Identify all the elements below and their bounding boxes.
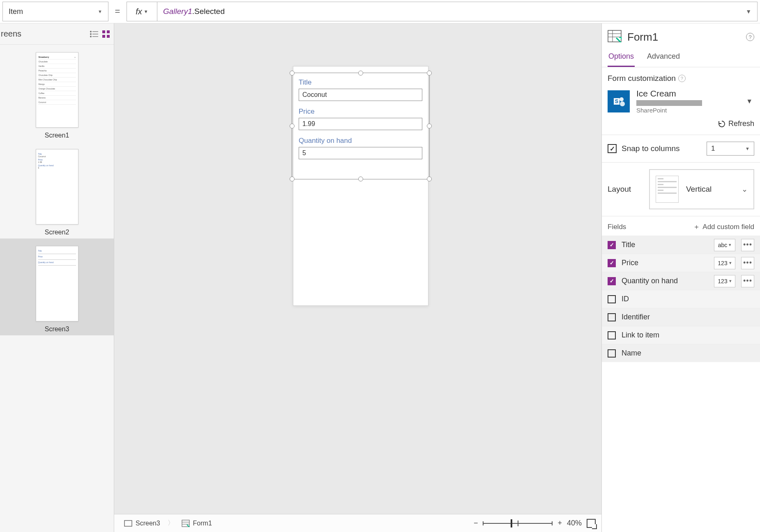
resize-handle[interactable] (290, 177, 295, 181)
field-type-select[interactable]: 123 ▾ (714, 275, 735, 287)
field-row[interactable]: Quantity on hand123 ▾••• (602, 272, 760, 290)
field-checkbox[interactable] (608, 313, 616, 321)
field-label: Quantity on hand (299, 137, 422, 145)
fx-label: fx (136, 7, 142, 16)
field-label: Title (299, 78, 422, 87)
field-name: Title (622, 241, 708, 249)
screen-thumb-1[interactable]: Strawberry› Chocolate Vanilla Pistachio … (0, 45, 114, 142)
field-name: Link to item (622, 331, 754, 339)
tree-panel: reens Strawberry› Chocolate Vanilla Pist… (0, 23, 114, 532)
field-row[interactable]: Titleabc ▾••• (602, 236, 760, 254)
screen-thumb-2[interactable]: TitleCoconut Price1.99 Quantity on hand5… (0, 142, 114, 238)
fx-button[interactable]: fx ▼ (127, 2, 157, 21)
field-checkbox[interactable] (608, 349, 616, 358)
datasource-selector[interactable]: S Ice Cream SharePoint ▼ (608, 89, 754, 114)
resize-handle[interactable] (290, 124, 295, 128)
field-more-button[interactable]: ••• (741, 239, 754, 251)
zoom-out-button[interactable]: − (474, 519, 478, 527)
field-more-button[interactable]: ••• (741, 275, 754, 287)
field-type-select[interactable]: 123 ▾ (714, 257, 735, 269)
field-row[interactable]: Name (602, 344, 760, 362)
form-icon (608, 30, 622, 44)
breadcrumb-screen[interactable]: Screen3 (120, 518, 164, 529)
thumbnail: Title Price Quantity on hand (36, 246, 78, 321)
zoom-slider[interactable] (483, 523, 553, 524)
field-type-select[interactable]: abc ▾ (714, 239, 735, 251)
resize-handle[interactable] (427, 124, 432, 128)
tab-options[interactable]: Options (608, 48, 635, 67)
field-row[interactable]: ID (602, 290, 760, 308)
screen-thumb-3[interactable]: Title Price Quantity on hand Screen3 (0, 238, 114, 335)
refresh-button[interactable]: Refresh (608, 119, 754, 128)
grid-view-icon[interactable] (102, 30, 110, 38)
layout-select[interactable]: Vertical ⌄ (649, 169, 754, 209)
field-name: Name (622, 349, 754, 358)
breadcrumb-form[interactable]: Form1 (177, 518, 216, 529)
help-icon[interactable]: ? (678, 75, 686, 82)
resize-handle[interactable] (290, 71, 295, 76)
chevron-down-icon: ▼ (144, 9, 148, 14)
chevron-down-icon: ▼ (98, 9, 102, 14)
chevron-down-icon: ▼ (745, 146, 750, 151)
svg-point-0 (90, 31, 92, 32)
layout-label: Layout (608, 185, 631, 194)
field-checkbox[interactable] (608, 241, 616, 249)
field-row[interactable]: Identifier (602, 308, 760, 326)
help-icon[interactable]: ? (746, 33, 754, 41)
chevron-down-icon: ▼ (746, 98, 754, 105)
add-custom-field-button[interactable]: ＋ Add custom field (693, 222, 754, 232)
datasource-url (636, 100, 702, 106)
datasource-name: Ice Cream (636, 89, 702, 99)
canvas[interactable]: Title Coconut Price 1.99 Quantity on han… (114, 23, 601, 514)
form-fields: Title Coconut Price 1.99 Quantity on han… (299, 78, 422, 166)
tree-header: reens (0, 29, 21, 39)
expand-icon[interactable]: ▼ (746, 8, 751, 15)
fullscreen-icon[interactable] (587, 519, 596, 528)
resize-handle[interactable] (427, 71, 432, 76)
sharepoint-icon: S (608, 90, 630, 112)
breadcrumb-separator: 〉 (168, 519, 174, 527)
resize-handle[interactable] (358, 177, 363, 181)
resize-handle[interactable] (358, 71, 363, 76)
formula-text: Gallery1.Selected (163, 7, 225, 16)
svg-rect-8 (102, 35, 105, 38)
field-more-button[interactable]: ••• (741, 257, 754, 269)
field-name: ID (622, 295, 754, 303)
field-checkbox[interactable] (608, 277, 616, 285)
field-checkbox[interactable] (608, 331, 616, 339)
field-checkbox[interactable] (608, 259, 616, 267)
status-bar: Screen3 〉 Form1 − + 40% (114, 514, 601, 532)
property-value: Item (9, 7, 23, 16)
field-row[interactable]: Link to item (602, 326, 760, 344)
field-name: Quantity on hand (622, 277, 708, 285)
snap-label: Snap to columns (622, 144, 680, 153)
thumbnail: TitleCoconut Price1.99 Quantity on hand5 (36, 149, 78, 225)
svg-rect-7 (107, 30, 110, 33)
field-label: Price (299, 108, 422, 116)
fields-label: Fields (608, 223, 626, 231)
field-name: Price (622, 259, 708, 267)
field-input-title[interactable]: Coconut (299, 89, 422, 101)
svg-rect-6 (102, 30, 105, 33)
thumbnail: Strawberry› Chocolate Vanilla Pistachio … (36, 52, 78, 128)
snap-columns-select[interactable]: 1 ▼ (707, 142, 754, 156)
svg-point-4 (90, 36, 92, 37)
svg-rect-10 (124, 521, 132, 526)
resize-handle[interactable] (427, 177, 432, 181)
list-view-icon[interactable] (90, 31, 98, 37)
svg-point-21 (620, 101, 625, 106)
thumb-label: Screen3 (45, 326, 69, 333)
field-input-price[interactable]: 1.99 (299, 118, 422, 130)
snap-checkbox[interactable] (608, 144, 617, 153)
field-input-qty[interactable]: 5 (299, 147, 422, 159)
field-row[interactable]: Price123 ▾••• (602, 254, 760, 272)
zoom-in-button[interactable]: + (557, 519, 562, 527)
properties-panel: Form1 ? Options Advanced Form customizat… (601, 23, 760, 532)
thumb-label: Screen2 (45, 229, 69, 236)
zoom-level: 40% (567, 519, 582, 527)
svg-rect-9 (107, 35, 110, 38)
formula-input[interactable]: Gallery1.Selected ▼ (157, 2, 758, 21)
tab-advanced[interactable]: Advanced (646, 48, 681, 67)
property-dropdown[interactable]: Item ▼ (2, 2, 108, 21)
field-checkbox[interactable] (608, 295, 616, 303)
